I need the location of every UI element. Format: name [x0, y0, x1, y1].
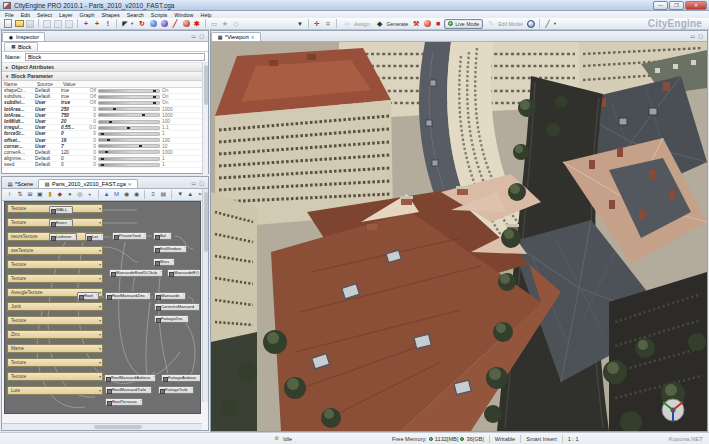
- draw-pen-icon[interactable]: ╱: [170, 19, 180, 29]
- inspector-panel-buttons[interactable]: ▭ ▢: [191, 33, 208, 41]
- rule-node[interactable]: FaitageZinc: [154, 315, 189, 323]
- parameter-slider[interactable]: [98, 107, 160, 111]
- close-viewport-icon[interactable]: ✕: [251, 35, 255, 40]
- menu-file[interactable]: File: [5, 12, 14, 18]
- wrench-icon[interactable]: ⚒: [411, 19, 421, 29]
- select-dropdown-icon[interactable]: ▾: [131, 21, 136, 26]
- rule-node[interactable]: Lot: [85, 233, 104, 241]
- rule-node[interactable]: Mansarde: [154, 292, 186, 300]
- rule-node[interactable]: ExtWindow: [153, 245, 187, 253]
- snap-icon[interactable]: ⌗: [323, 19, 333, 29]
- tab-scene[interactable]: ▤ *Scene: [2, 180, 38, 188]
- rule-node[interactable]: LotInner: [49, 233, 77, 241]
- rule-node[interactable]: FaitageArdoise: [161, 374, 201, 382]
- edit-model-button[interactable]: ✎ Edit Model: [484, 18, 525, 30]
- rule-node[interactable]: RoofMansardArdoise: [104, 374, 156, 382]
- rule-node[interactable]: RoofMansardZinc: [105, 292, 151, 300]
- graph-canvas[interactable]: TextureTexturerieursTexturesseTextureTex…: [4, 201, 201, 414]
- rule-node[interactable]: Bal: [153, 232, 172, 240]
- parameter-slider[interactable]: [98, 113, 160, 117]
- menu-search[interactable]: Search: [127, 12, 144, 18]
- graph-hscrollbar[interactable]: [2, 423, 202, 430]
- parameter-slider[interactable]: [98, 101, 160, 105]
- rule-node[interactable]: Exteri: [49, 219, 73, 227]
- copy-icon[interactable]: [53, 19, 63, 29]
- rule-node[interactable]: WALL: [49, 206, 73, 214]
- scale-icon[interactable]: ✱: [192, 19, 202, 29]
- rule-node[interactable]: CornicheMansard: [154, 303, 200, 311]
- layout-swap-icon[interactable]: ⇅: [16, 190, 24, 199]
- select-arrow-icon[interactable]: ◤: [120, 19, 130, 29]
- rule-node[interactable]: RoofTerrasse: [105, 398, 143, 406]
- tab-viewport[interactable]: ▩ *Viewport ✕: [211, 32, 261, 41]
- graph-vscrollbar[interactable]: [202, 189, 208, 402]
- viewport-panel-buttons[interactable]: ▭ ▢: [690, 33, 707, 41]
- menu-help[interactable]: Help: [201, 12, 212, 18]
- parameter-slider[interactable]: [98, 157, 160, 161]
- globe-icon[interactable]: [526, 19, 536, 29]
- maximize-button[interactable]: ❐: [669, 1, 684, 10]
- anchor-icon[interactable]: ▲: [103, 190, 111, 199]
- add-street-icon[interactable]: +: [81, 19, 91, 29]
- viewport-3d-scene[interactable]: [211, 42, 707, 431]
- orbit-navy-icon[interactable]: [159, 19, 169, 29]
- menu-select[interactable]: Select: [37, 12, 52, 18]
- list-icon[interactable]: ≡: [149, 190, 157, 199]
- save-icon[interactable]: [25, 19, 35, 29]
- rule-node[interactable]: MansardeRoofDCSub: [109, 269, 163, 277]
- rule-node[interactable]: PrivateYard: [112, 232, 147, 240]
- move-xy-icon[interactable]: ✛: [312, 19, 322, 29]
- new-file-icon[interactable]: [3, 19, 13, 29]
- section-block-parameter[interactable]: ▾ Block Parameter: [2, 72, 208, 81]
- rotate-red-icon[interactable]: [181, 19, 191, 29]
- orbit-blue-icon[interactable]: [148, 19, 158, 29]
- texture-node[interactable]: Texture: [7, 372, 103, 381]
- menu-layer[interactable]: Layer: [59, 12, 73, 18]
- search-graph2-icon[interactable]: ◉: [133, 190, 141, 199]
- cube-red-icon[interactable]: [422, 19, 432, 29]
- section-object-attributes[interactable]: ▸ Object Attributes: [2, 63, 208, 72]
- parameter-slider[interactable]: [98, 95, 160, 99]
- layout-tree-icon[interactable]: ⊦: [6, 190, 14, 199]
- texture-node[interactable]: sseTexture: [7, 246, 103, 255]
- star-tool-icon[interactable]: ★: [220, 19, 230, 29]
- apply-icon[interactable]: ●: [66, 190, 74, 199]
- layout-grid-icon[interactable]: ⊞: [26, 190, 34, 199]
- assign-button[interactable]: ≔ Assign: [340, 18, 372, 30]
- texture-node[interactable]: Texture: [7, 274, 103, 283]
- texture-node[interactable]: Lute: [7, 386, 103, 395]
- wand-dropdown-icon[interactable]: ▾: [554, 21, 559, 26]
- generate-button[interactable]: ◆ Generate: [373, 18, 411, 30]
- rule-node[interactable]: Roof: [77, 292, 99, 300]
- sort-az-icon[interactable]: ▲: [186, 190, 194, 199]
- parameter-slider[interactable]: [98, 120, 160, 124]
- texture-node[interactable]: Texture: [7, 260, 103, 269]
- skew-tool-icon[interactable]: ◇: [231, 19, 241, 29]
- model-icon[interactable]: M: [113, 190, 121, 199]
- auto-layout-icon[interactable]: ▣: [36, 190, 44, 199]
- close-tab-icon[interactable]: ✕: [128, 182, 132, 187]
- menu-graph[interactable]: Graph: [79, 12, 94, 18]
- node-highlight-icon[interactable]: ▮: [46, 190, 54, 199]
- menu-edit[interactable]: Edit: [21, 12, 30, 18]
- close-button[interactable]: ✕: [685, 1, 707, 10]
- texture-node[interactable]: Zinc: [7, 330, 103, 339]
- parameter-slider[interactable]: [98, 144, 160, 148]
- minimize-button[interactable]: —: [653, 1, 668, 10]
- tab-inspector[interactable]: ◉ Inspector: [2, 32, 45, 41]
- paste-icon[interactable]: [64, 19, 74, 29]
- zoom-frame-icon[interactable]: ▭: [209, 19, 219, 29]
- parameter-slider[interactable]: [98, 163, 160, 167]
- parameter-row[interactable]: seedDefault001: [2, 162, 208, 168]
- open-folder-icon[interactable]: [14, 19, 24, 29]
- name-field[interactable]: Block: [25, 53, 205, 61]
- filter-icon[interactable]: ▼: [176, 190, 184, 199]
- transform-icon[interactable]: ↻: [137, 19, 147, 29]
- menu-window[interactable]: Window: [174, 12, 193, 18]
- stop-icon[interactable]: ■: [433, 19, 443, 29]
- texture-node[interactable]: Junk: [7, 302, 103, 311]
- rule-node[interactable]: Murs: [153, 258, 175, 266]
- tab-block[interactable]: ▦ Block: [4, 42, 38, 51]
- tab-rule-file[interactable]: ▧ Paris_2010_v2010_FAST.cga ✕: [38, 179, 137, 188]
- rule-node[interactable]: RoofMansardTuile: [105, 386, 152, 394]
